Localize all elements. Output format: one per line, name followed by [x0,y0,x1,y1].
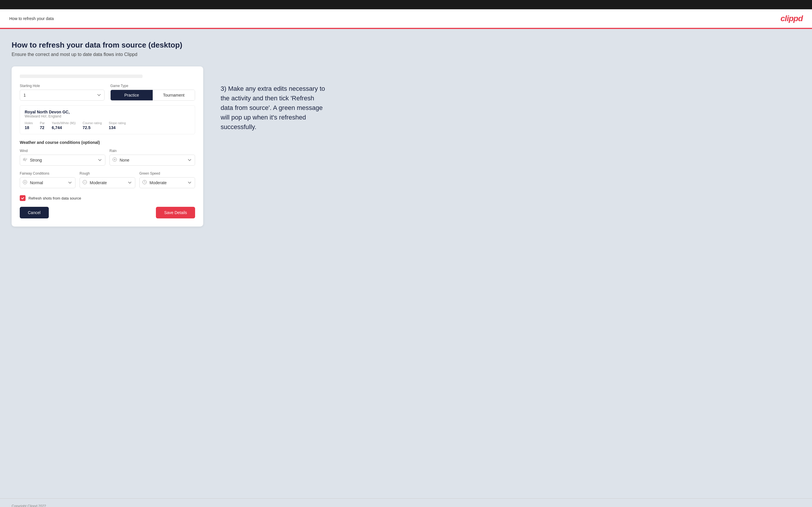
fairway-rough-green-row: Fairway Conditions Normal Rough [20,171,195,188]
yards-stat: Yards/White (M)) 6,744 [52,121,75,130]
wind-select[interactable]: Strong [20,155,105,166]
course-rating-label: Course rating [83,121,102,125]
rough-label: Rough [80,171,135,175]
content-area: Starting Hole 1 Game Type Practice Tourn… [12,66,800,227]
page-heading: How to refresh your data from source (de… [12,41,800,50]
conditions-title: Weather and course conditions (optional) [20,140,195,145]
rain-label: Rain [109,149,195,153]
par-stat: Par 72 [40,121,45,130]
header: How to refresh your data clippd [0,9,812,29]
footer-copyright: Copyright Clippd 2022 [12,504,46,507]
logo: clippd [781,14,803,23]
refresh-checkbox-row: Refresh shots from data source [20,195,195,201]
green-speed-label: Green Speed [139,171,195,175]
wind-rain-row: Wind Strong Rain [20,149,195,166]
footer: Copyright Clippd 2022 [0,498,812,507]
course-name: Royal North Devon GC, [25,110,190,114]
top-bar [0,0,812,9]
side-text: 3) Make any extra edits necessary to the… [221,66,325,132]
starting-hole-game-type-row: Starting Hole 1 Game Type Practice Tourn… [20,84,195,101]
header-title: How to refresh your data [9,16,54,21]
button-row: Cancel Save Details [20,207,195,218]
fairway-select-wrapper: Normal [20,177,75,188]
course-rating-stat: Course rating 72.5 [83,121,102,130]
rough-select-wrapper: Moderate [80,177,135,188]
tournament-button[interactable]: Tournament [153,90,195,100]
fairway-select[interactable]: Normal [20,177,75,188]
game-type-label: Game Type [110,84,195,88]
rough-group: Rough Moderate [80,171,135,188]
holes-value: 18 [25,125,33,130]
slope-rating-stat: Slope rating 134 [109,121,126,130]
course-rating-value: 72.5 [83,125,102,130]
practice-button[interactable]: Practice [111,90,153,100]
top-hint-bar [20,74,143,78]
holes-stat: Holes 18 [25,121,33,130]
rough-select[interactable]: Moderate [80,177,135,188]
rain-select-wrapper: None [109,155,195,166]
page-subheading: Ensure the correct and most up to date d… [12,52,800,57]
yards-value: 6,744 [52,125,75,130]
starting-hole-select[interactable]: 1 [20,90,104,101]
game-type-group: Game Type Practice Tournament [110,84,195,101]
holes-label: Holes [25,121,33,125]
starting-hole-label: Starting Hole [20,84,104,88]
green-speed-select[interactable]: Moderate [139,177,195,188]
refresh-checkbox[interactable] [20,195,26,201]
refresh-label: Refresh shots from data source [29,196,81,201]
game-type-buttons: Practice Tournament [110,90,195,101]
wind-label: Wind [20,149,105,153]
main-content: How to refresh your data from source (de… [0,29,812,498]
wind-select-wrapper: Strong [20,155,105,166]
rain-select[interactable]: None [109,155,195,166]
starting-hole-group: Starting Hole 1 [20,84,104,101]
wind-group: Wind Strong [20,149,105,166]
course-location: Westward Ho!, England [25,114,190,118]
green-speed-select-wrapper: Moderate [139,177,195,188]
cancel-button[interactable]: Cancel [20,207,49,218]
rain-group: Rain None [109,149,195,166]
slope-rating-label: Slope rating [109,121,126,125]
fairway-label: Fairway Conditions [20,171,75,175]
par-label: Par [40,121,45,125]
par-value: 72 [40,125,45,130]
slope-rating-value: 134 [109,125,126,130]
step-description: 3) Make any extra edits necessary to the… [221,84,325,132]
course-info-box: Royal North Devon GC, Westward Ho!, Engl… [20,105,195,134]
yards-label: Yards/White (M)) [52,121,75,125]
form-card: Starting Hole 1 Game Type Practice Tourn… [12,66,203,227]
fairway-group: Fairway Conditions Normal [20,171,75,188]
course-stats: Holes 18 Par 72 Yards/White (M)) 6,744 C… [25,121,190,130]
green-speed-group: Green Speed Moderate [139,171,195,188]
save-button[interactable]: Save Details [156,207,195,218]
